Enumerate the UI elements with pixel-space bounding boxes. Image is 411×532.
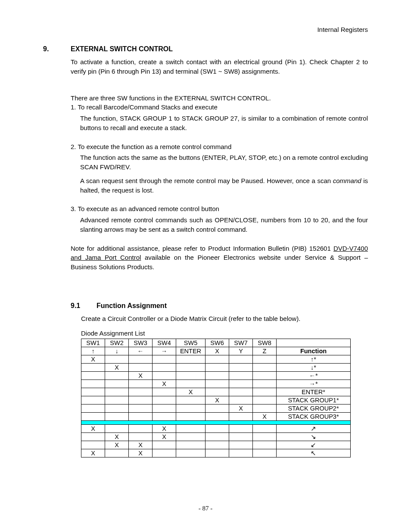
subsection-paragraph: Create a Circuit Controller or a Diode M… [81, 314, 368, 324]
section-paragraph-1: To activate a function, create a switch … [71, 57, 368, 76]
emphasis-command: command [333, 177, 361, 184]
sw-cell [229, 412, 253, 420]
hdr-function: Function [277, 347, 351, 355]
sw-cell [105, 371, 129, 380]
hdr-left-icon: ← [129, 347, 153, 355]
table-row: X←* [81, 371, 351, 380]
table-row: XENTER* [81, 388, 351, 396]
page-footer: - 87 - [0, 505, 411, 512]
sw-cell [229, 424, 253, 432]
table-row: XX↗ [81, 424, 351, 432]
th-sw2: SW2 [105, 339, 129, 347]
sw-cell [129, 380, 153, 388]
sw-cell: X [206, 396, 229, 404]
sw-cell: X [81, 355, 105, 363]
table-row: XSTACK GROUP3* [81, 412, 351, 420]
sw-cell [229, 388, 253, 396]
sw-cell [229, 380, 253, 388]
sw-cell [253, 432, 277, 441]
sw-cell [253, 396, 277, 404]
sw-cell [81, 380, 105, 388]
subsection-number: 9.1 [71, 302, 97, 310]
sw-cell [206, 380, 229, 388]
hdr-z: Z [253, 347, 277, 355]
table-row: X↓* [81, 363, 351, 371]
sw-cell [229, 363, 253, 371]
sw-cell [129, 355, 153, 363]
th-sw7: SW7 [229, 339, 253, 347]
sw-cell [129, 388, 153, 396]
hdr-y: Y [229, 347, 253, 355]
fn-cell: ↓* [277, 363, 351, 371]
fn-cell: ←* [277, 371, 351, 380]
sw-cell [206, 449, 229, 457]
table-row: XX↘ [81, 432, 351, 441]
table-header-row-2: ↑ ↓ ← → ENTER X Y Z Function [81, 347, 351, 355]
sw-cell [105, 412, 129, 420]
diode-assignment-table: SW1 SW2 SW3 SW4 SW5 SW6 SW7 SW8 ↑ ↓ ← → … [81, 339, 351, 457]
section-title: EXTERNAL SWITCH CONTROL [71, 45, 173, 53]
fn-cell: ↑* [277, 355, 351, 363]
th-sw5: SW5 [176, 339, 206, 347]
sw-cell: X [253, 412, 277, 420]
sw-cell: X [176, 388, 206, 396]
sw-cell [153, 371, 176, 380]
table-row: XX↖ [81, 449, 351, 457]
sw-cell [176, 432, 206, 441]
hdr-right-icon: → [153, 347, 176, 355]
sw-cell [105, 424, 129, 432]
sw-cell [176, 449, 206, 457]
sw-cell [206, 355, 229, 363]
section-note: Note for additional assistance, please r… [71, 244, 368, 272]
hdr-down-icon: ↓ [105, 347, 129, 355]
table-separator-row [81, 420, 351, 424]
sw-cell [176, 380, 206, 388]
sw-cell [229, 432, 253, 441]
list-item-2-body-2: A scan request sent through the remote c… [80, 176, 368, 195]
table-caption: Diode Assignment List [81, 330, 368, 337]
sw-cell [253, 424, 277, 432]
table-header-row-1: SW1 SW2 SW3 SW4 SW5 SW6 SW7 SW8 [81, 339, 351, 347]
sw-cell [206, 363, 229, 371]
sw-cell [153, 355, 176, 363]
hdr-up-icon: ↑ [81, 347, 105, 355]
sw-cell [176, 404, 206, 412]
sw-cell [253, 355, 277, 363]
sw-cell [105, 380, 129, 388]
th-sw3: SW3 [129, 339, 153, 347]
sw-cell: X [129, 371, 153, 380]
th-function-blank [277, 339, 351, 347]
page-header-right: Internal Registers [43, 26, 368, 33]
sw-cell [129, 424, 153, 432]
sw-cell [81, 388, 105, 396]
list-item-2-body-1: The function acts the same as the button… [80, 153, 368, 172]
sw-cell [206, 388, 229, 396]
list-item-3-body: Advanced remote control commands such as… [80, 215, 368, 234]
sw-cell [153, 404, 176, 412]
section-paragraph-2: There are three SW functions in the EXTE… [71, 93, 368, 103]
sw-cell [253, 449, 277, 457]
sw-cell [81, 371, 105, 380]
sw-cell [253, 371, 277, 380]
sw-cell [206, 371, 229, 380]
subsection-title: Function Assignment [97, 302, 167, 310]
fn-cell: STACK GROUP3* [277, 412, 351, 420]
sw-cell [153, 441, 176, 449]
sw-cell [129, 404, 153, 412]
th-sw8: SW8 [253, 339, 277, 347]
sw-cell [253, 363, 277, 371]
sw-cell [81, 432, 105, 441]
sw-cell: X [129, 449, 153, 457]
sw-cell [129, 412, 153, 420]
list-item-1-head: 1. To recall Barcode/Command Stacks and … [71, 103, 368, 112]
sw-cell [153, 412, 176, 420]
sw-cell: X [229, 404, 253, 412]
sw-cell [105, 396, 129, 404]
sw-cell [176, 355, 206, 363]
sw-cell: X [105, 432, 129, 441]
table-row: XX↙ [81, 441, 351, 449]
sw-cell [105, 449, 129, 457]
sw-cell: X [153, 432, 176, 441]
hdr-enter: ENTER [176, 347, 206, 355]
fn-cell: STACK GROUP2* [277, 404, 351, 412]
